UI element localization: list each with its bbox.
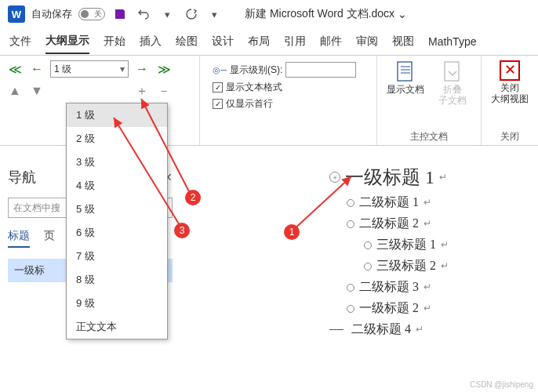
- expand-icon[interactable]: ＋: [133, 82, 151, 100]
- collapse-subdoc-icon: [442, 60, 463, 82]
- paragraph-mark-icon: ↵: [441, 239, 449, 251]
- tab-layout[interactable]: 布局: [248, 30, 270, 53]
- bullet-icon: [364, 241, 372, 249]
- group-label-close: 关闭: [488, 129, 532, 143]
- promote-top-icon[interactable]: ≪: [6, 60, 24, 78]
- group-label-master: 主控文档: [384, 129, 474, 143]
- word-app-icon: W: [8, 5, 25, 23]
- dropdown-item-7[interactable]: 7 级: [67, 245, 167, 268]
- outline-level-value: 1 级: [54, 63, 71, 76]
- autosave-toggle[interactable]: 关: [78, 8, 105, 20]
- paragraph-mark-icon: ↵: [439, 172, 447, 183]
- demote-body-icon[interactable]: ≫: [155, 60, 173, 78]
- demote-icon[interactable]: →: [133, 60, 151, 78]
- dropdown-item-9[interactable]: 9 级: [67, 292, 167, 315]
- paragraph-mark-icon: ↵: [423, 303, 431, 314]
- document-icon: [394, 60, 416, 82]
- tab-mailings[interactable]: 邮件: [320, 30, 342, 53]
- svg-rect-4: [445, 62, 459, 81]
- tab-draw[interactable]: 绘图: [176, 30, 198, 53]
- document-title[interactable]: 新建 Microsoft Word 文档.docx ⌄: [245, 7, 407, 21]
- autosave-label: 自动保存: [31, 7, 72, 21]
- bullet-icon: [347, 305, 354, 313]
- dropdown-item-2[interactable]: 2 级: [67, 127, 167, 151]
- dropdown-item-3[interactable]: 3 级: [67, 151, 167, 174]
- close-icon: ✕: [500, 60, 520, 81]
- paragraph-mark-icon: ↵: [423, 218, 431, 230]
- doc-line[interactable]: 二级标题 4: [351, 321, 411, 338]
- show-document-label: 显示文档: [387, 84, 424, 95]
- close-outline-label: 关闭 大纲视图: [491, 82, 529, 105]
- annotation-badge-3: 3: [174, 223, 190, 238]
- undo-icon[interactable]: [135, 5, 152, 23]
- document-outline: + 一级标题 1 ↵ 二级标题 1↵ 二级标题 2↵ 三级标题 1↵ 三级标题 …: [329, 165, 449, 343]
- doc-heading-1[interactable]: 一级标题 1: [345, 165, 434, 190]
- doc-line[interactable]: 二级标题 3: [359, 279, 419, 296]
- tab-file[interactable]: 文件: [9, 30, 31, 53]
- tab-view[interactable]: 视图: [392, 30, 414, 53]
- show-text-format-label: 显示文本格式: [226, 81, 282, 94]
- paragraph-mark-icon: ↵: [416, 324, 423, 336]
- svg-rect-0: [398, 62, 412, 81]
- outline-level-select[interactable]: 1 级 ▾: [50, 60, 129, 78]
- move-down-icon[interactable]: ▼: [28, 82, 45, 100]
- doc-line[interactable]: 一级标题 2: [359, 300, 419, 317]
- ribbon-group-show: ◎─ 显示级别(S): ✓ 显示文本格式 ✓ 仅显示首行: [200, 56, 377, 145]
- doc-line[interactable]: 三级标题 1: [376, 237, 436, 253]
- nav-search-placeholder: 在文档中搜: [13, 201, 60, 215]
- collapse-subdoc-button: 折叠 子文档: [431, 60, 474, 129]
- body-bullet-icon: [329, 329, 344, 330]
- tab-insert[interactable]: 插入: [140, 30, 162, 53]
- nav-tab-pages[interactable]: 页: [44, 229, 55, 248]
- dropdown-item-8[interactable]: 8 级: [67, 268, 167, 292]
- tab-review[interactable]: 审阅: [356, 30, 378, 53]
- tab-outline[interactable]: 大纲显示: [45, 29, 89, 54]
- collapse-subdoc-label: 折叠 子文档: [438, 84, 467, 107]
- ribbon-group-master: 显示文档 折叠 子文档 主控文档: [377, 56, 482, 145]
- show-document-button[interactable]: 显示文档: [384, 60, 427, 129]
- doc-line[interactable]: 二级标题 1: [359, 194, 419, 211]
- dropdown-item-body[interactable]: 正文文本: [67, 315, 167, 339]
- show-level-label: 显示级别(S):: [230, 64, 282, 77]
- outline-level-dropdown[interactable]: 1 级 2 级 3 级 4 级 5 级 6 级 7 级 8 级 9 级 正文文本: [66, 103, 168, 339]
- annotation-badge-1: 1: [284, 224, 300, 240]
- tab-home[interactable]: 开始: [104, 30, 125, 53]
- undo-dropdown-icon[interactable]: ▾: [158, 5, 176, 23]
- dropdown-item-4[interactable]: 4 级: [67, 174, 167, 198]
- watermark: CSDN @jishipeng: [470, 380, 533, 389]
- bullet-icon: [347, 284, 354, 292]
- collapse-icon[interactable]: －: [155, 82, 173, 100]
- paragraph-mark-icon: ↵: [441, 260, 449, 272]
- bullet-icon: [347, 199, 354, 207]
- bullet-icon: [347, 220, 354, 228]
- nav-tab-headings[interactable]: 标题: [8, 229, 30, 248]
- tab-mathtype[interactable]: MathType: [428, 31, 476, 53]
- nav-title: 导航: [8, 168, 36, 187]
- paragraph-mark-icon: ↵: [423, 281, 431, 293]
- chevron-down-icon: ▾: [120, 64, 125, 74]
- tab-design[interactable]: 设计: [212, 30, 234, 53]
- move-up-icon[interactable]: ▲: [6, 82, 24, 100]
- ribbon-group-close: ✕ 关闭 大纲视图 关闭: [482, 56, 538, 145]
- document-title-text: 新建 Microsoft Word 文档.docx: [245, 7, 394, 21]
- dropdown-item-1[interactable]: 1 级: [67, 103, 167, 127]
- save-icon[interactable]: [111, 5, 129, 23]
- doc-line[interactable]: 三级标题 2: [376, 258, 436, 274]
- paragraph-mark-icon: ↵: [423, 197, 431, 209]
- show-first-line-checkbox[interactable]: ✓: [213, 99, 223, 109]
- redo-icon[interactable]: [182, 5, 199, 23]
- close-outline-button[interactable]: ✕ 关闭 大纲视图: [488, 60, 532, 105]
- qat-customize-icon[interactable]: ▾: [205, 5, 223, 23]
- tab-references[interactable]: 引用: [284, 30, 306, 53]
- expand-bullet-icon[interactable]: +: [329, 172, 340, 183]
- show-level-select[interactable]: [285, 62, 356, 78]
- show-level-icon: ◎─: [213, 65, 227, 75]
- dropdown-item-5[interactable]: 5 级: [67, 198, 167, 221]
- annotation-badge-2: 2: [185, 190, 201, 205]
- title-bar: W 自动保存 关 ▾ ▾ 新建 Microsoft Word 文档.docx ⌄: [0, 0, 538, 28]
- ribbon-tabs: 文件 大纲显示 开始 插入 绘图 设计 布局 引用 邮件 审阅 视图 MathT…: [0, 28, 538, 55]
- doc-line[interactable]: 二级标题 2: [359, 216, 419, 232]
- dropdown-item-6[interactable]: 6 级: [67, 221, 167, 245]
- promote-icon[interactable]: ←: [28, 60, 45, 78]
- show-text-format-checkbox[interactable]: ✓: [213, 82, 223, 93]
